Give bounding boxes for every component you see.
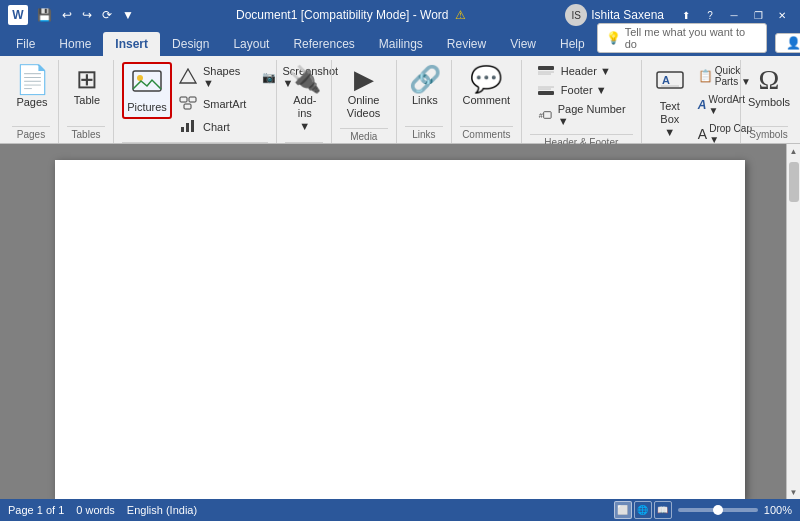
addins-button[interactable]: 🔌 Add-ins ▼: [285, 62, 325, 138]
tab-review[interactable]: Review: [435, 32, 498, 56]
tab-view[interactable]: View: [498, 32, 548, 56]
status-right: ⬜ 🌐 📖 100%: [614, 501, 792, 519]
svg-text:A: A: [662, 74, 670, 86]
table-icon: ⊞: [76, 66, 98, 92]
smartart-icon: [179, 96, 197, 112]
svg-rect-0: [133, 71, 161, 91]
document-title: Document1 [Compatibility Mode] - Word ⚠: [137, 8, 565, 22]
symbols-group: Ω Symbols Symbols: [741, 60, 796, 143]
pages-group: 📄 Pages Pages: [4, 60, 59, 143]
share-button[interactable]: 👤 Share: [775, 33, 800, 53]
links-icon: 🔗: [409, 66, 441, 92]
customize-qa-button[interactable]: ▼: [119, 6, 137, 24]
svg-rect-8: [191, 120, 194, 132]
tab-home[interactable]: Home: [47, 32, 103, 56]
page-number-button[interactable]: # Page Number ▼: [530, 100, 633, 130]
svg-rect-14: [538, 91, 554, 95]
header-button[interactable]: Header ▼: [530, 62, 633, 80]
table-label: Table: [74, 94, 100, 107]
undo-button[interactable]: ↩: [59, 6, 75, 24]
tell-me-input[interactable]: 💡 Tell me what you want to do: [597, 23, 767, 53]
links-group: 🔗 Links Links: [397, 60, 452, 143]
page-info: Page 1 of 1: [8, 504, 64, 516]
pages-button[interactable]: 📄 Pages: [12, 62, 52, 113]
textbox-icon: A: [655, 66, 685, 98]
textbox-button[interactable]: A TextBox ▼: [650, 62, 690, 144]
share-icon: 👤: [786, 36, 800, 50]
page-number-icon: #: [537, 109, 552, 121]
chart-icon: [179, 119, 197, 135]
svg-rect-4: [189, 97, 196, 102]
shapes-icon: [179, 68, 197, 86]
wordart-icon: A: [698, 98, 707, 112]
tab-mailings[interactable]: Mailings: [367, 32, 435, 56]
quick-parts-icon: 📋: [698, 69, 713, 83]
tab-layout[interactable]: Layout: [221, 32, 281, 56]
links-group-label: Links: [405, 126, 443, 143]
illustrations-group: Pictures Shapes ▼: [114, 60, 277, 143]
save-button[interactable]: 💾: [34, 6, 55, 24]
pages-group-label: Pages: [12, 126, 50, 143]
scroll-track[interactable]: [787, 158, 800, 485]
comments-group: 💬 Comment Comments: [452, 60, 522, 143]
tab-design[interactable]: Design: [160, 32, 221, 56]
symbols-button[interactable]: Ω Symbols: [749, 62, 789, 113]
tab-help[interactable]: Help: [548, 32, 597, 56]
document-page: [55, 160, 745, 499]
word-icon: W: [8, 5, 28, 25]
zoom-slider[interactable]: [678, 508, 758, 512]
online-videos-button[interactable]: ▶ OnlineVideos: [340, 62, 387, 124]
help-button[interactable]: ?: [700, 5, 720, 25]
table-button[interactable]: ⊞ Table: [67, 62, 107, 111]
footer-button[interactable]: Footer ▼: [530, 81, 633, 99]
chart-button[interactable]: Chart: [172, 116, 253, 138]
user-avatar: IS: [565, 4, 587, 26]
svg-rect-16: [543, 112, 550, 119]
title-bar-left: W 💾 ↩ ↪ ⟳ ▼: [8, 5, 137, 25]
online-videos-label: OnlineVideos: [347, 94, 380, 120]
text-group: A TextBox ▼ 📋 Quick Parts ▼ A WordArt ▼ …: [642, 60, 741, 143]
media-group-items: ▶ OnlineVideos: [340, 60, 388, 126]
svg-rect-5: [184, 104, 191, 109]
status-bar: Page 1 of 1 0 words English (India) ⬜ 🌐 …: [0, 499, 800, 521]
ribbon-collapse-button[interactable]: ⬆: [676, 5, 696, 25]
read-mode-button[interactable]: 📖: [654, 501, 672, 519]
comments-group-items: 💬 Comment: [460, 60, 513, 124]
repeat-button[interactable]: ⟳: [99, 6, 115, 24]
vertical-scrollbar[interactable]: ▲ ▼: [786, 144, 800, 499]
zoom-level: 100%: [764, 504, 792, 516]
scroll-thumb[interactable]: [789, 162, 799, 202]
links-label: Links: [412, 94, 438, 107]
links-button[interactable]: 🔗 Links: [405, 62, 445, 111]
smartart-button[interactable]: SmartArt: [172, 93, 253, 115]
comment-button[interactable]: 💬 Comment: [460, 62, 513, 111]
pictures-button[interactable]: Pictures: [122, 62, 172, 119]
close-button[interactable]: ✕: [772, 5, 792, 25]
tab-insert[interactable]: Insert: [103, 32, 160, 56]
textbox-label: TextBox ▼: [657, 100, 683, 140]
symbols-group-label: Symbols: [749, 126, 788, 143]
online-videos-icon: ▶: [354, 66, 374, 92]
symbols-label: Symbols: [748, 96, 790, 109]
header-footer-group: Header ▼ Footer ▼ # Page Number ▼ Header…: [522, 60, 642, 143]
shapes-button[interactable]: Shapes ▼: [172, 62, 253, 92]
scroll-down-arrow[interactable]: ▼: [787, 485, 801, 499]
media-group-label: Media: [340, 128, 388, 145]
comment-icon: 💬: [470, 66, 502, 92]
web-layout-button[interactable]: 🌐: [634, 501, 652, 519]
scroll-up-arrow[interactable]: ▲: [787, 144, 801, 158]
redo-button[interactable]: ↪: [79, 6, 95, 24]
media-group: ▶ OnlineVideos Media: [332, 60, 397, 143]
word-count: 0 words: [76, 504, 115, 516]
zoom-thumb[interactable]: [713, 505, 723, 515]
drop-cap-icon: A: [698, 127, 707, 141]
minimize-button[interactable]: ─: [724, 5, 744, 25]
links-group-items: 🔗 Links: [405, 60, 443, 124]
document-area: [0, 144, 800, 499]
print-layout-button[interactable]: ⬜: [614, 501, 632, 519]
restore-button[interactable]: ❐: [748, 5, 768, 25]
tab-file[interactable]: File: [4, 32, 47, 56]
header-footer-items: Header ▼ Footer ▼ # Page Number ▼: [530, 60, 633, 132]
tables-group-label: Tables: [67, 126, 105, 143]
tab-references[interactable]: References: [281, 32, 366, 56]
